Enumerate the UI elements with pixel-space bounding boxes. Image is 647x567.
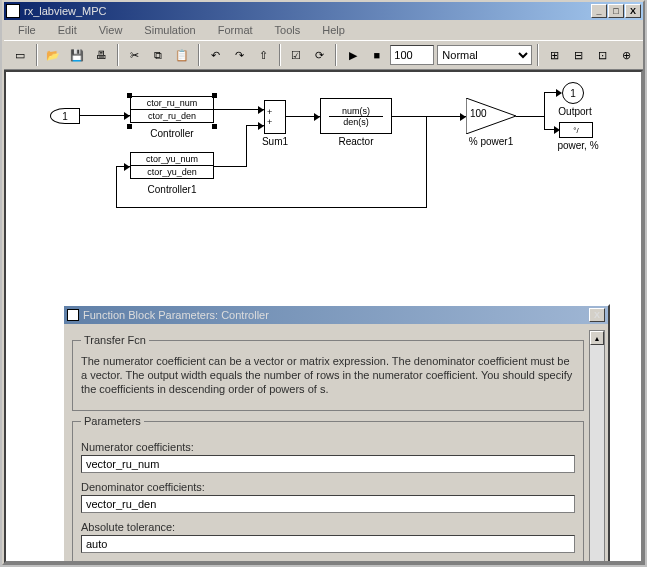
controller1-block[interactable]: ctor_yu_num ctor_yu_den (130, 152, 214, 182)
outport-block[interactable]: 1 (562, 82, 584, 104)
display-block[interactable]: °/ (559, 122, 593, 138)
refresh-icon: ⟳ (315, 49, 324, 62)
dialog-title: Function Block Parameters: Controller (83, 309, 269, 321)
up-icon: ⇧ (259, 49, 268, 62)
block-type-fieldset: Transfer Fcn The numerator coefficient c… (72, 334, 584, 411)
stop-button[interactable]: ■ (366, 44, 387, 66)
numerator-label: Numerator coefficients: (81, 441, 575, 453)
paste-button[interactable]: 📋 (172, 44, 193, 66)
gain-value: 100 (470, 108, 487, 119)
library-icon: ⊞ (550, 49, 559, 62)
display-value: °/ (573, 126, 578, 135)
sum-label: Sum1 (258, 136, 292, 147)
open-button[interactable]: 📂 (43, 44, 64, 66)
toolbar: ▭ 📂 💾 🖶 ✂ ⧉ 📋 ↶ ↷ ⇧ ☑ ⟳ ▶ ■ Normal ⊞ ⊟ ⊡… (4, 40, 643, 70)
dialog-scrollbar[interactable]: ▲ ▼ (589, 330, 605, 563)
menu-view[interactable]: View (89, 22, 133, 38)
bug-icon: ☑ (291, 49, 301, 62)
block-description: The numerator coefficient can be a vecto… (81, 354, 575, 396)
abstol-input[interactable] (81, 535, 575, 553)
main-window: rx_labview_MPC _ □ X File Edit View Simu… (2, 0, 645, 565)
denominator-input[interactable] (81, 495, 575, 513)
outport-value: 1 (570, 88, 576, 99)
numerator-input[interactable] (81, 455, 575, 473)
menu-help[interactable]: Help (312, 22, 355, 38)
controller-block[interactable]: ctor_ru_num ctor_ru_den (130, 96, 214, 126)
outport-label: Outport (552, 106, 598, 117)
block-parameters-dialog: Function Block Parameters: Controller X … (62, 304, 610, 563)
menu-tools[interactable]: Tools (265, 22, 311, 38)
model-explorer-button[interactable]: ⊟ (568, 44, 589, 66)
titlebar: rx_labview_MPC _ □ X (4, 2, 643, 20)
play-icon: ▶ (349, 49, 357, 62)
model-canvas[interactable]: 1 ctor_ru_num ctor_ru_den Controller cto… (4, 70, 643, 563)
menu-simulation[interactable]: Simulation (134, 22, 205, 38)
reactor-den: den(s) (343, 117, 369, 127)
floppy-icon: 💾 (70, 49, 84, 62)
up-button[interactable]: ⇧ (253, 44, 274, 66)
simulink-icon (6, 4, 20, 18)
menu-format[interactable]: Format (208, 22, 263, 38)
controller-label: Controller (130, 128, 214, 139)
sum-sign2: + (267, 117, 272, 127)
window-title: rx_labview_MPC (24, 5, 591, 17)
print-button[interactable]: 🖶 (91, 44, 112, 66)
gain-label: % power1 (456, 136, 526, 147)
toggle-icon: ⊡ (598, 49, 607, 62)
reactor-block[interactable]: num(s) den(s) (320, 98, 392, 134)
dialog-close-button[interactable]: X (589, 308, 605, 322)
paste-icon: 📋 (175, 49, 189, 62)
controller1-label: Controller1 (130, 184, 214, 195)
scissors-icon: ✂ (130, 49, 139, 62)
minimize-button[interactable]: _ (591, 4, 607, 18)
stop-icon: ■ (374, 49, 381, 61)
toggle-button[interactable]: ⊡ (592, 44, 613, 66)
inport-block[interactable]: 1 (50, 108, 80, 124)
scroll-up-button[interactable]: ▲ (590, 331, 604, 345)
dialog-icon (67, 309, 79, 321)
menu-edit[interactable]: Edit (48, 22, 87, 38)
build-icon: ⊕ (622, 49, 631, 62)
redo-icon: ↷ (235, 49, 244, 62)
menu-file[interactable]: File (8, 22, 46, 38)
close-button[interactable]: X (625, 4, 641, 18)
block-type-legend: Transfer Fcn (81, 334, 149, 346)
undo-icon: ↶ (211, 49, 220, 62)
controller-num: ctor_ru_num (130, 96, 214, 110)
gain-block[interactable]: 100 (466, 98, 516, 134)
refresh-button[interactable]: ⟳ (309, 44, 330, 66)
copy-icon: ⧉ (154, 49, 162, 62)
simulation-mode-select[interactable]: Normal (437, 45, 532, 65)
undo-button[interactable]: ↶ (205, 44, 226, 66)
explorer-icon: ⊟ (574, 49, 583, 62)
copy-button[interactable]: ⧉ (148, 44, 169, 66)
redo-button[interactable]: ↷ (229, 44, 250, 66)
maximize-button[interactable]: □ (608, 4, 624, 18)
start-button[interactable]: ▶ (342, 44, 363, 66)
dialog-titlebar: Function Block Parameters: Controller X (64, 306, 608, 324)
controller-den: ctor_ru_den (130, 110, 214, 123)
page-icon: ▭ (15, 49, 25, 62)
stop-time-input[interactable] (390, 45, 434, 65)
lib-browser-button[interactable]: ⊞ (544, 44, 565, 66)
sum-block[interactable]: + + (264, 100, 286, 134)
sum-sign1: + (267, 107, 272, 117)
debug-button[interactable]: ☑ (286, 44, 307, 66)
controller1-den: ctor_yu_den (130, 166, 214, 179)
printer-icon: 🖶 (96, 49, 107, 61)
folder-open-icon: 📂 (46, 49, 60, 62)
build-button[interactable]: ⊕ (616, 44, 637, 66)
denominator-label: Denominator coefficients: (81, 481, 575, 493)
reactor-num: num(s) (342, 106, 370, 116)
state-name-label: State Name: (e.g., 'position') (81, 561, 575, 563)
controller1-num: ctor_yu_num (130, 152, 214, 166)
reactor-label: Reactor (320, 136, 392, 147)
parameters-legend: Parameters (81, 415, 144, 427)
parameters-fieldset: Parameters Numerator coefficients: Denom… (72, 415, 584, 563)
cut-button[interactable]: ✂ (124, 44, 145, 66)
save-button[interactable]: 💾 (67, 44, 88, 66)
abstol-label: Absolute tolerance: (81, 521, 575, 533)
inport-value: 1 (62, 111, 68, 122)
display-label: power, % (551, 140, 605, 151)
new-button[interactable]: ▭ (10, 44, 31, 66)
